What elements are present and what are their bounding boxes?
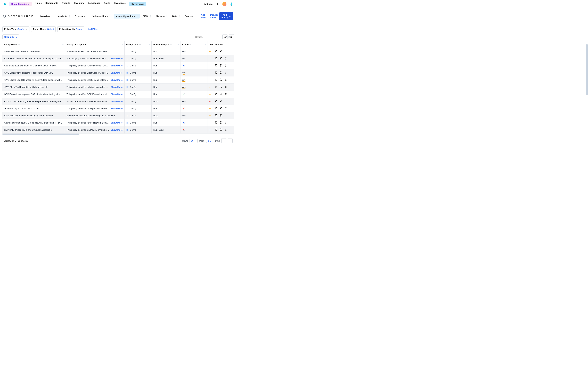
clone-icon[interactable]: [215, 107, 217, 110]
col-policy-description[interactable]: Policy Description↓↑⠿: [65, 41, 124, 48]
tab-menu-icon[interactable]: ⋮: [68, 15, 70, 17]
alert-icon[interactable]: [224, 128, 227, 132]
table-row[interactable]: GCP API key is created for a projectThis…: [2, 105, 234, 112]
edit-icon[interactable]: [219, 85, 222, 89]
edit-icon[interactable]: [219, 50, 222, 53]
clone-icon[interactable]: [215, 85, 217, 89]
edit-icon[interactable]: [219, 100, 222, 103]
show-more-link[interactable]: Show More: [111, 72, 122, 74]
show-more-link[interactable]: Show More: [111, 64, 122, 67]
drag-handle-icon[interactable]: ⠿: [62, 43, 64, 46]
tab-malware[interactable]: Malware⋮: [155, 14, 169, 18]
table-row[interactable]: GCP KMS crypto key is anonymously access…: [2, 126, 234, 133]
alert-icon[interactable]: [224, 107, 227, 110]
search-input[interactable]: [195, 36, 224, 38]
next-page-button[interactable]: ›: [228, 138, 233, 143]
group-by-button[interactable]: Group By ⌄: [2, 34, 19, 39]
product-switcher[interactable]: Cloud Security ⌄: [9, 2, 32, 6]
col-policy-subtype[interactable]: Policy Subtype↓↑⠿: [151, 41, 180, 48]
tab-incidents[interactable]: Incidents⋮: [56, 14, 72, 18]
edit-icon[interactable]: [219, 107, 222, 110]
columns-button[interactable]: [229, 34, 234, 39]
table-row[interactable]: S3 bucket MFA Delete is not enabledEnsur…: [2, 48, 234, 55]
tab-menu-icon[interactable]: ⋮: [194, 15, 196, 17]
settings-link[interactable]: Settings: [204, 3, 213, 5]
docs-icon[interactable]: [216, 2, 219, 6]
table-row[interactable]: Azure Microsoft Defender for Cloud set t…: [2, 62, 234, 69]
edit-icon[interactable]: [219, 114, 222, 117]
nav-link-compliance[interactable]: Compliance: [88, 2, 100, 6]
table-row[interactable]: AWS ElastiCache cluster not associated w…: [2, 69, 234, 76]
edit-icon[interactable]: [219, 57, 222, 60]
prev-page-button[interactable]: ‹: [221, 138, 226, 143]
show-more-link[interactable]: Show More: [111, 79, 122, 81]
alert-icon[interactable]: [224, 57, 227, 60]
table-row[interactable]: AWS CloudTrail bucket is publicly access…: [2, 83, 234, 91]
edit-icon[interactable]: [219, 128, 222, 132]
nav-link-reports[interactable]: Reports: [62, 2, 70, 6]
table-row[interactable]: AWS Elastic Load Balancer v2 (ELBv2) loa…: [2, 76, 234, 83]
edit-icon[interactable]: [219, 64, 222, 67]
tab-menu-icon[interactable]: ⋮: [51, 15, 53, 17]
clone-icon[interactable]: [215, 114, 217, 117]
remove-filter-icon[interactable]: ✕: [26, 28, 27, 30]
tab-custom[interactable]: Custom⋮: [183, 14, 198, 18]
alert-icon[interactable]: [224, 78, 227, 82]
show-more-link[interactable]: Show More: [111, 121, 122, 124]
manage-views-link[interactable]: Manage Views: [210, 14, 219, 19]
table-row[interactable]: Azure Network Security Group allows all …: [2, 119, 234, 126]
table-row[interactable]: AWS Elasticsearch domain logging is not …: [2, 112, 234, 119]
edit-icon[interactable]: [219, 93, 222, 96]
alert-icon[interactable]: [224, 85, 227, 89]
clone-icon[interactable]: [215, 71, 217, 75]
add-policy-button[interactable]: Add Policy ⌄: [219, 12, 233, 20]
table-row[interactable]: AWS Redshift database does not have audi…: [2, 55, 234, 62]
nav-link-dashboards[interactable]: Dashboards: [45, 2, 58, 6]
tab-exposure[interactable]: Exposure⋮: [73, 14, 89, 18]
filter-chip-policy-severity[interactable]: Policy SeveritySelect: [57, 26, 84, 32]
clone-icon[interactable]: [215, 100, 217, 103]
show-more-link[interactable]: Show More: [111, 107, 122, 110]
show-more-link[interactable]: Show More: [111, 57, 122, 60]
show-more-link[interactable]: Show More: [111, 129, 122, 131]
edit-icon[interactable]: [219, 71, 222, 75]
nav-link-home[interactable]: Home: [35, 2, 42, 6]
alert-icon[interactable]: [224, 71, 227, 75]
clone-icon[interactable]: [215, 93, 217, 96]
clone-icon[interactable]: [215, 64, 217, 67]
tab-misconfigurations[interactable]: Misconfigurations⋮: [114, 14, 140, 18]
nav-link-investigate[interactable]: Investigate: [114, 2, 126, 6]
nav-link-alerts[interactable]: Alerts: [104, 2, 110, 6]
nav-link-governance[interactable]: Governance: [129, 2, 146, 6]
edit-icon[interactable]: [219, 78, 222, 82]
drag-handle-icon[interactable]: ⠿: [205, 43, 207, 46]
col-policy-name[interactable]: Policy Name↓↑⠿: [2, 41, 65, 48]
table-row[interactable]: GCP Firewall rule exposes GKE clusters b…: [2, 91, 234, 98]
tab-menu-icon[interactable]: ⋮: [136, 15, 138, 17]
download-button[interactable]: [222, 34, 227, 39]
search-box[interactable]: ✕: [194, 35, 221, 39]
col-policy-type[interactable]: Policy Type↓↑⠿: [124, 41, 152, 48]
nav-link-inventory[interactable]: Inventory: [74, 2, 84, 6]
filter-chip-policy-type[interactable]: Policy TypeConfig✕: [2, 26, 29, 32]
table-row[interactable]: AWS S3 bucket ACL grants READ permission…: [2, 98, 234, 105]
user-avatar[interactable]: [222, 2, 226, 6]
tab-ciem[interactable]: CIEM⋮: [141, 14, 153, 18]
clone-icon[interactable]: [215, 57, 217, 60]
page-select[interactable]: 1⌄: [206, 139, 213, 143]
tab-overview[interactable]: Overview⋮: [39, 14, 54, 18]
add-view-link[interactable]: Add View: [201, 14, 207, 19]
alert-icon[interactable]: [224, 121, 227, 124]
col-cloud[interactable]: Cloud↓↑⠿: [181, 41, 208, 48]
clone-icon[interactable]: [215, 128, 217, 132]
tab-menu-icon[interactable]: ⋮: [166, 15, 168, 17]
show-more-link[interactable]: Show More: [111, 86, 122, 88]
assistant-icon[interactable]: [230, 2, 233, 6]
drag-handle-icon[interactable]: ⠿: [122, 43, 123, 46]
tab-menu-icon[interactable]: ⋮: [86, 15, 88, 17]
drag-handle-icon[interactable]: ⠿: [178, 43, 180, 46]
tab-menu-icon[interactable]: ⋮: [149, 15, 151, 17]
alert-icon[interactable]: [224, 93, 227, 96]
alert-icon[interactable]: [224, 64, 227, 67]
clone-icon[interactable]: [215, 50, 217, 53]
